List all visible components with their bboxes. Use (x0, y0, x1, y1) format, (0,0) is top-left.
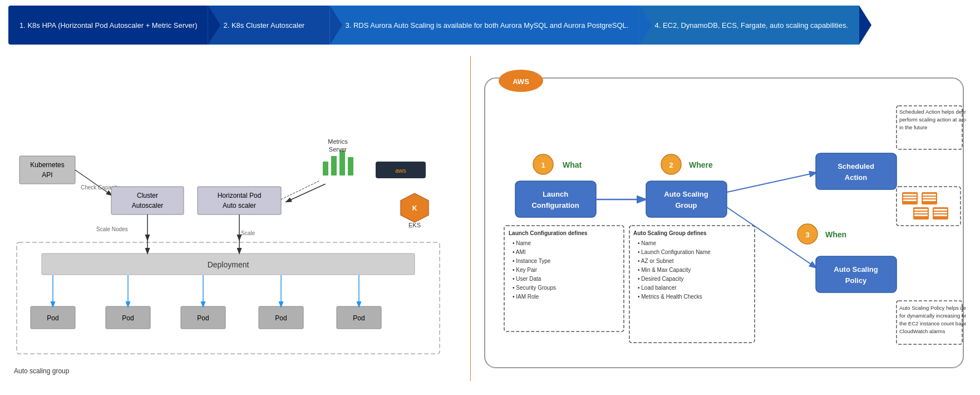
left-diagram: Kubernetes API Check Capacity Cluster Au… (8, 56, 465, 381)
svg-text:Autoscaler: Autoscaler (132, 202, 164, 209)
svg-text:K: K (412, 204, 417, 212)
svg-text:• Launch Configuration Name: • Launch Configuration Name (638, 249, 711, 255)
svg-text:Horizontal Pod: Horizontal Pod (218, 192, 262, 199)
svg-rect-91 (934, 212, 947, 213)
banner-step3: 3. RDS Aurora Auto Scaling is available … (329, 6, 639, 45)
svg-text:Auto scaler: Auto scaler (223, 202, 256, 209)
svg-line-3 (75, 170, 111, 195)
svg-line-69 (727, 173, 816, 192)
svg-text:CloudWatch alarms: CloudWatch alarms (899, 328, 945, 334)
svg-text:Scale: Scale (241, 230, 255, 236)
svg-text:Kubernetes: Kubernetes (30, 161, 64, 169)
svg-rect-86 (914, 209, 928, 211)
svg-rect-92 (934, 214, 947, 216)
svg-rect-5 (111, 187, 184, 214)
divider (470, 56, 471, 381)
svg-text:What: What (563, 160, 582, 169)
svg-text:• Name: • Name (513, 240, 531, 246)
svg-text:2: 2 (669, 161, 673, 169)
svg-text:Group: Group (676, 201, 697, 209)
svg-text:• Instance Type: • Instance Type (513, 258, 551, 264)
svg-text:Pod: Pod (353, 314, 365, 322)
svg-text:Scheduled: Scheduled (838, 162, 874, 170)
svg-text:in the future: in the future (899, 124, 927, 130)
svg-text:• User Data: • User Data (513, 276, 541, 282)
svg-rect-62 (515, 181, 596, 217)
svg-text:Cluster: Cluster (137, 192, 158, 199)
svg-rect-50 (485, 78, 963, 368)
svg-rect-0 (19, 156, 75, 184)
svg-text:aws: aws (395, 167, 406, 174)
svg-text:Deployment: Deployment (208, 260, 249, 269)
svg-rect-74 (816, 256, 897, 292)
svg-text:Auto Scaling: Auto Scaling (664, 190, 708, 198)
svg-text:• AMI: • AMI (513, 249, 526, 255)
svg-text:AWS Cloud: AWS Cloud (426, 167, 457, 174)
right-diagram: AWS 1 What 2 Where 3 When Launch Configu… (476, 56, 972, 381)
left-footer-label: Auto scaling group (14, 367, 459, 375)
svg-rect-18 (331, 156, 337, 175)
svg-text:Pod: Pod (122, 314, 134, 322)
svg-text:• Metrics & Health Checks: • Metrics & Health Checks (638, 294, 702, 300)
svg-text:Policy: Policy (845, 276, 867, 285)
svg-line-29 (281, 181, 319, 199)
svg-text:EKS: EKS (408, 222, 421, 228)
svg-text:1: 1 (541, 161, 545, 169)
svg-text:Pod: Pod (47, 314, 58, 322)
svg-text:3: 3 (805, 231, 809, 239)
svg-text:Pod: Pod (197, 314, 209, 322)
svg-rect-78 (903, 194, 917, 196)
svg-text:• Min & Max Capacity: • Min & Max Capacity (638, 267, 691, 273)
svg-text:Pod: Pod (275, 314, 287, 322)
svg-rect-82 (923, 194, 936, 196)
svg-text:perform scaling action at a ce: perform scaling action at a certain time (899, 116, 966, 123)
banner-step4: 4. EC2, DynamoDB, ECS, Fargate, auto sca… (639, 6, 859, 45)
banner-step2: 2. K8s Cluster Autoscaler (208, 6, 330, 45)
svg-text:• Key Pair: • Key Pair (513, 267, 538, 273)
svg-text:Where: Where (689, 160, 713, 169)
svg-text:Scale Nodes: Scale Nodes (96, 226, 128, 232)
svg-text:When: When (825, 230, 846, 239)
banner-step1: 1. K8s HPA (Horizontal Pod Autoscaler + … (8, 6, 208, 45)
left-svg: Kubernetes API Check Capacity Cluster Au… (14, 61, 459, 362)
svg-rect-65 (646, 181, 727, 217)
svg-text:• Load balancer: • Load balancer (638, 285, 677, 291)
svg-rect-88 (914, 214, 928, 216)
svg-text:• IAM Role: • IAM Role (513, 294, 539, 300)
svg-text:Metrics: Metrics (328, 138, 348, 145)
svg-text:• Security Groups: • Security Groups (513, 285, 556, 291)
top-banner: 1. K8s HPA (Horizontal Pod Autoscaler + … (0, 0, 980, 50)
svg-text:• Desired Capacity: • Desired Capacity (638, 276, 683, 282)
svg-rect-83 (923, 197, 936, 198)
svg-text:for dynamically increasing or : for dynamically increasing or decreasing (899, 313, 966, 319)
svg-line-15 (287, 184, 326, 202)
svg-rect-80 (903, 199, 917, 201)
svg-rect-71 (816, 153, 897, 189)
svg-text:Launch Configuration defines: Launch Configuration defines (509, 230, 588, 236)
svg-text:• AZ or Subnet: • AZ or Subnet (638, 258, 674, 264)
svg-text:AWS: AWS (513, 77, 529, 86)
svg-text:Auto Scaling Policy helps defi: Auto Scaling Policy helps define rules (899, 305, 966, 311)
svg-text:Scheduled Action helps define : Scheduled Action helps define rules to (899, 109, 966, 115)
svg-text:Action: Action (845, 173, 868, 182)
svg-text:Launch: Launch (543, 190, 568, 198)
svg-rect-79 (903, 197, 917, 198)
main-content: Kubernetes API Check Capacity Cluster Au… (0, 50, 980, 387)
svg-rect-20 (348, 157, 353, 175)
svg-text:the EC2 instance count based o: the EC2 instance count based on (899, 320, 966, 326)
svg-rect-19 (339, 150, 345, 175)
right-svg: AWS 1 What 2 Where 3 When Launch Configu… (482, 61, 966, 373)
svg-rect-90 (934, 209, 947, 211)
svg-text:API: API (42, 171, 52, 179)
svg-rect-87 (914, 212, 928, 213)
svg-text:Configuration: Configuration (531, 201, 579, 209)
svg-text:Auto Scaling Group defines: Auto Scaling Group defines (633, 230, 707, 236)
svg-text:• Name: • Name (638, 240, 656, 246)
svg-text:Auto Scaling: Auto Scaling (834, 265, 878, 274)
svg-text:Server: Server (329, 146, 347, 153)
svg-rect-10 (198, 187, 281, 214)
svg-rect-17 (323, 162, 328, 175)
svg-rect-84 (923, 199, 936, 201)
